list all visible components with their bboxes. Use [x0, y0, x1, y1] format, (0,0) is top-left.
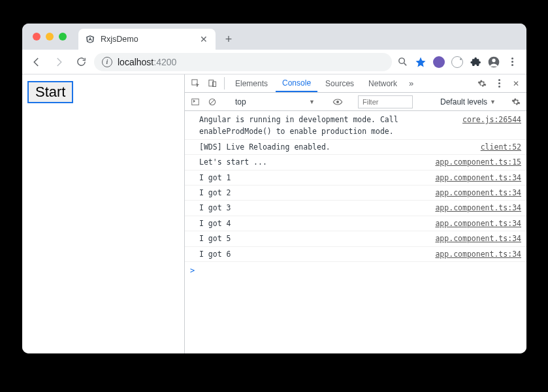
start-button[interactable]: Start	[27, 81, 73, 103]
log-levels-selector[interactable]: Default levels ▼	[440, 97, 496, 106]
maximize-window-button[interactable]	[59, 33, 67, 41]
svg-point-8	[336, 101, 339, 103]
console-toolbar: top ▼ Default levels ▼	[185, 93, 526, 111]
zoom-icon[interactable]	[396, 56, 409, 69]
device-toolbar-icon[interactable]	[204, 74, 220, 92]
inspect-element-icon[interactable]	[187, 74, 203, 92]
log-source-link[interactable]: app.component.ts:15	[435, 156, 521, 168]
toolbar-right	[396, 56, 521, 69]
devtools-settings-icon[interactable]	[474, 74, 490, 92]
log-message: I got 5	[199, 233, 428, 244]
dropdown-icon: ▼	[309, 99, 315, 105]
address-bar[interactable]: i localhost:4200	[94, 53, 392, 71]
console-log-row: I got 6app.component.ts:34	[185, 247, 526, 262]
log-message: Angular is running in development mode. …	[199, 114, 456, 138]
console-log-row: [WDS] Live Reloading enabled.client:52	[185, 140, 526, 155]
tab-console[interactable]: Console	[276, 74, 317, 92]
tab-network[interactable]: Network	[362, 74, 404, 92]
clear-console-icon[interactable]	[206, 95, 219, 108]
dropdown-icon: ▼	[490, 99, 496, 105]
content-area: Start Elements Console Sources Network »	[22, 74, 526, 353]
log-source-link[interactable]: app.component.ts:34	[435, 187, 521, 199]
browser-window: RxjsDemo ✕ + i localhost:4200	[22, 24, 526, 353]
browser-tab[interactable]: RxjsDemo ✕	[78, 29, 216, 50]
console-sidebar-toggle-icon[interactable]	[189, 95, 202, 108]
console-log-row: I got 5app.component.ts:34	[185, 231, 526, 246]
log-message: I got 6	[199, 248, 428, 260]
new-tab-button[interactable]: +	[219, 30, 238, 48]
log-source-link[interactable]: app.component.ts:34	[435, 218, 521, 229]
console-output: Angular is running in development mode. …	[185, 111, 526, 353]
console-prompt[interactable]: >	[185, 262, 526, 280]
console-log-row: I got 4app.component.ts:34	[185, 216, 526, 231]
console-log-row: I got 3app.component.ts:34	[185, 201, 526, 216]
log-message: [WDS] Live Reloading enabled.	[199, 141, 474, 153]
log-source-link[interactable]: core.js:26544	[462, 114, 521, 138]
log-message: I got 3	[199, 202, 428, 214]
close-tab-button[interactable]: ✕	[199, 34, 209, 44]
profile-avatar-icon[interactable]	[487, 56, 500, 69]
svg-point-0	[398, 58, 404, 64]
context-selector[interactable]: top ▼	[233, 97, 317, 106]
url-port: :4200	[153, 57, 176, 67]
devtools-close-icon[interactable]: ✕	[508, 74, 524, 92]
console-log-row: I got 1app.component.ts:34	[185, 171, 526, 186]
log-source-link[interactable]: app.component.ts:34	[435, 248, 521, 260]
tab-strip: RxjsDemo ✕ +	[22, 24, 526, 50]
log-message: I got 1	[199, 172, 428, 184]
forward-button[interactable]	[50, 53, 68, 71]
log-source-link[interactable]: app.component.ts:34	[435, 202, 521, 214]
console-log-row: I got 2app.component.ts:34	[185, 186, 526, 201]
url-host: localhost	[118, 57, 153, 67]
context-label: top	[235, 97, 246, 106]
svg-point-2	[492, 58, 495, 61]
more-tabs-button[interactable]: »	[405, 74, 417, 92]
svg-rect-6	[192, 99, 199, 105]
tab-elements[interactable]: Elements	[229, 74, 274, 92]
devtools-panel: Elements Console Sources Network » ✕	[184, 74, 526, 353]
window-controls	[29, 24, 78, 50]
close-window-button[interactable]	[33, 33, 40, 41]
extension-icon-2[interactable]	[451, 56, 464, 69]
extensions-icon[interactable]	[469, 56, 482, 69]
log-source-link[interactable]: app.component.ts:34	[435, 233, 521, 244]
log-message: I got 2	[199, 187, 428, 199]
bookmark-star-icon[interactable]	[414, 56, 427, 69]
console-filter-input[interactable]	[358, 95, 413, 108]
minimize-window-button[interactable]	[46, 33, 54, 41]
site-info-icon[interactable]: i	[102, 57, 112, 67]
console-log-row: Angular is running in development mode. …	[185, 111, 526, 140]
tab-title: RxjsDemo	[101, 35, 193, 44]
url-text: localhost:4200	[118, 57, 176, 67]
console-settings-icon[interactable]	[509, 95, 523, 108]
page-viewport: Start	[22, 74, 184, 353]
log-message: Let's start ...	[199, 156, 428, 168]
log-message: I got 4	[199, 218, 428, 229]
angular-icon	[85, 34, 95, 44]
devtools-menu-icon[interactable]	[491, 74, 507, 92]
extension-icon-1[interactable]	[432, 56, 445, 69]
live-expression-icon[interactable]	[331, 95, 344, 108]
back-button[interactable]	[27, 53, 46, 71]
browser-menu-button[interactable]	[506, 56, 519, 69]
reload-button[interactable]	[72, 53, 90, 71]
tab-sources[interactable]: Sources	[319, 74, 361, 92]
log-source-link[interactable]: client:52	[481, 141, 521, 153]
browser-toolbar: i localhost:4200	[22, 50, 526, 74]
separator	[224, 77, 225, 90]
levels-label: Default levels	[440, 97, 487, 106]
log-source-link[interactable]: app.component.ts:34	[435, 172, 521, 184]
console-log-row: Let's start ...app.component.ts:15	[185, 155, 526, 170]
devtools-tabs: Elements Console Sources Network » ✕	[185, 74, 526, 93]
